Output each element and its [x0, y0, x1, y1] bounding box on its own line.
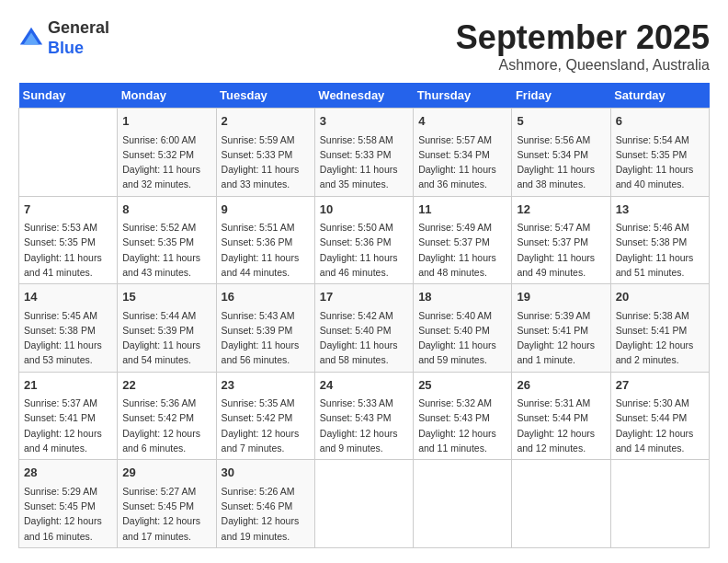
month-title: September 2025 — [456, 18, 710, 57]
calendar-cell: 26Sunrise: 5:31 AMSunset: 5:44 PMDayligh… — [512, 372, 610, 460]
day-number: 13 — [616, 201, 704, 219]
day-info: Sunrise: 5:52 AMSunset: 5:35 PMDaylight:… — [122, 220, 210, 280]
calendar-cell: 11Sunrise: 5:49 AMSunset: 5:37 PMDayligh… — [414, 196, 512, 284]
day-info: Sunrise: 5:31 AMSunset: 5:44 PMDaylight:… — [517, 396, 605, 455]
day-info: Sunrise: 5:35 AMSunset: 5:42 PMDaylight:… — [222, 396, 310, 455]
weekday-header-tuesday: Tuesday — [216, 83, 314, 109]
calendar-cell: 6Sunrise: 5:54 AMSunset: 5:35 PMDaylight… — [610, 109, 709, 197]
calendar-week-0: 1Sunrise: 6:00 AMSunset: 5:32 PMDaylight… — [19, 109, 710, 197]
calendar-cell: 10Sunrise: 5:50 AMSunset: 5:36 PMDayligh… — [314, 196, 413, 284]
day-info: Sunrise: 6:00 AMSunset: 5:32 PMDaylight:… — [122, 132, 210, 192]
day-info: Sunrise: 5:47 AMSunset: 5:37 PMDaylight:… — [517, 220, 605, 280]
calendar-cell: 14Sunrise: 5:45 AMSunset: 5:38 PMDayligh… — [19, 284, 118, 373]
day-number: 29 — [122, 464, 210, 482]
calendar-cell: 8Sunrise: 5:52 AMSunset: 5:35 PMDaylight… — [118, 196, 216, 284]
calendar-cell: 23Sunrise: 5:35 AMSunset: 5:42 PMDayligh… — [216, 372, 314, 460]
calendar-cell — [610, 460, 709, 548]
day-number: 8 — [122, 201, 210, 219]
day-number: 15 — [122, 288, 210, 306]
calendar-cell — [314, 460, 413, 548]
weekday-header-sunday: Sunday — [19, 83, 118, 109]
calendar-cell: 19Sunrise: 5:39 AMSunset: 5:41 PMDayligh… — [512, 284, 610, 373]
day-number: 10 — [320, 201, 408, 219]
day-number: 2 — [222, 112, 310, 131]
day-info: Sunrise: 5:58 AMSunset: 5:33 PMDaylight:… — [320, 132, 408, 192]
calendar-week-4: 28Sunrise: 5:29 AMSunset: 5:45 PMDayligh… — [19, 460, 710, 548]
day-number: 1 — [122, 112, 210, 131]
calendar-week-1: 7Sunrise: 5:53 AMSunset: 5:35 PMDaylight… — [19, 196, 710, 284]
weekday-header-row: SundayMondayTuesdayWednesdayThursdayFrid… — [19, 83, 710, 109]
day-number: 21 — [24, 376, 112, 395]
weekday-header-monday: Monday — [118, 83, 216, 109]
day-info: Sunrise: 5:38 AMSunset: 5:41 PMDaylight:… — [616, 308, 704, 368]
calendar-cell: 20Sunrise: 5:38 AMSunset: 5:41 PMDayligh… — [610, 284, 709, 373]
day-info: Sunrise: 5:56 AMSunset: 5:34 PMDaylight:… — [517, 132, 605, 192]
calendar-cell: 25Sunrise: 5:32 AMSunset: 5:43 PMDayligh… — [414, 372, 512, 460]
day-number: 30 — [222, 464, 310, 482]
day-info: Sunrise: 5:26 AMSunset: 5:46 PMDaylight:… — [222, 484, 310, 544]
day-number: 12 — [517, 201, 605, 219]
day-info: Sunrise: 5:57 AMSunset: 5:34 PMDaylight:… — [418, 132, 506, 192]
day-number: 7 — [24, 201, 112, 219]
day-number: 23 — [222, 376, 310, 395]
header: General Blue September 2025 Ashmore, Que… — [18, 18, 710, 74]
day-info: Sunrise: 5:30 AMSunset: 5:44 PMDaylight:… — [616, 396, 704, 455]
day-number: 22 — [122, 376, 210, 395]
day-number: 14 — [24, 288, 112, 306]
calendar-cell: 29Sunrise: 5:27 AMSunset: 5:45 PMDayligh… — [118, 460, 216, 548]
day-number: 17 — [320, 288, 408, 306]
day-number: 27 — [616, 376, 704, 395]
calendar-cell: 27Sunrise: 5:30 AMSunset: 5:44 PMDayligh… — [610, 372, 709, 460]
calendar-cell: 12Sunrise: 5:47 AMSunset: 5:37 PMDayligh… — [512, 196, 610, 284]
logo: General Blue — [18, 18, 109, 58]
title-area: September 2025 Ashmore, Queensland, Aust… — [456, 18, 710, 74]
day-number: 28 — [24, 464, 112, 482]
calendar-cell: 28Sunrise: 5:29 AMSunset: 5:45 PMDayligh… — [19, 460, 118, 548]
day-number: 9 — [222, 201, 310, 219]
calendar-cell: 15Sunrise: 5:44 AMSunset: 5:39 PMDayligh… — [118, 284, 216, 373]
calendar-table: SundayMondayTuesdayWednesdayThursdayFrid… — [18, 83, 710, 548]
day-info: Sunrise: 5:59 AMSunset: 5:33 PMDaylight:… — [222, 132, 310, 192]
calendar-cell: 18Sunrise: 5:40 AMSunset: 5:40 PMDayligh… — [414, 284, 512, 373]
day-info: Sunrise: 5:39 AMSunset: 5:41 PMDaylight:… — [517, 308, 605, 368]
day-info: Sunrise: 5:29 AMSunset: 5:45 PMDaylight:… — [24, 484, 112, 544]
calendar-cell — [19, 109, 118, 197]
day-number: 6 — [616, 112, 704, 131]
weekday-header-friday: Friday — [512, 83, 610, 109]
day-number: 16 — [222, 288, 310, 306]
weekday-header-wednesday: Wednesday — [314, 83, 413, 109]
day-number: 11 — [418, 201, 506, 219]
day-info: Sunrise: 5:40 AMSunset: 5:40 PMDaylight:… — [418, 308, 506, 368]
day-number: 18 — [418, 288, 506, 306]
day-number: 5 — [517, 112, 605, 131]
day-info: Sunrise: 5:50 AMSunset: 5:36 PMDaylight:… — [320, 220, 408, 280]
day-number: 26 — [517, 376, 605, 395]
day-number: 4 — [418, 112, 506, 131]
day-number: 3 — [320, 112, 408, 131]
day-number: 20 — [616, 288, 704, 306]
logo-icon — [18, 26, 44, 52]
calendar-cell: 16Sunrise: 5:43 AMSunset: 5:39 PMDayligh… — [216, 284, 314, 373]
calendar-cell: 5Sunrise: 5:56 AMSunset: 5:34 PMDaylight… — [512, 109, 610, 197]
calendar-week-2: 14Sunrise: 5:45 AMSunset: 5:38 PMDayligh… — [19, 284, 710, 373]
day-info: Sunrise: 5:51 AMSunset: 5:36 PMDaylight:… — [222, 220, 310, 280]
day-info: Sunrise: 5:42 AMSunset: 5:40 PMDaylight:… — [320, 308, 408, 368]
day-info: Sunrise: 5:32 AMSunset: 5:43 PMDaylight:… — [418, 396, 506, 455]
day-info: Sunrise: 5:46 AMSunset: 5:38 PMDaylight:… — [616, 220, 704, 280]
day-info: Sunrise: 5:54 AMSunset: 5:35 PMDaylight:… — [616, 132, 704, 192]
calendar-cell: 2Sunrise: 5:59 AMSunset: 5:33 PMDaylight… — [216, 109, 314, 197]
day-number: 24 — [320, 376, 408, 395]
day-number: 25 — [418, 376, 506, 395]
calendar-cell: 3Sunrise: 5:58 AMSunset: 5:33 PMDaylight… — [314, 109, 413, 197]
weekday-header-thursday: Thursday — [414, 83, 512, 109]
day-info: Sunrise: 5:36 AMSunset: 5:42 PMDaylight:… — [122, 396, 210, 455]
day-info: Sunrise: 5:43 AMSunset: 5:39 PMDaylight:… — [222, 308, 310, 368]
location-title: Ashmore, Queensland, Australia — [456, 57, 710, 74]
day-info: Sunrise: 5:49 AMSunset: 5:37 PMDaylight:… — [418, 220, 506, 280]
calendar-cell: 24Sunrise: 5:33 AMSunset: 5:43 PMDayligh… — [314, 372, 413, 460]
calendar-cell: 1Sunrise: 6:00 AMSunset: 5:32 PMDaylight… — [118, 109, 216, 197]
calendar-cell: 4Sunrise: 5:57 AMSunset: 5:34 PMDaylight… — [414, 109, 512, 197]
day-number: 19 — [517, 288, 605, 306]
day-info: Sunrise: 5:37 AMSunset: 5:41 PMDaylight:… — [24, 396, 112, 455]
calendar-cell: 21Sunrise: 5:37 AMSunset: 5:41 PMDayligh… — [19, 372, 118, 460]
